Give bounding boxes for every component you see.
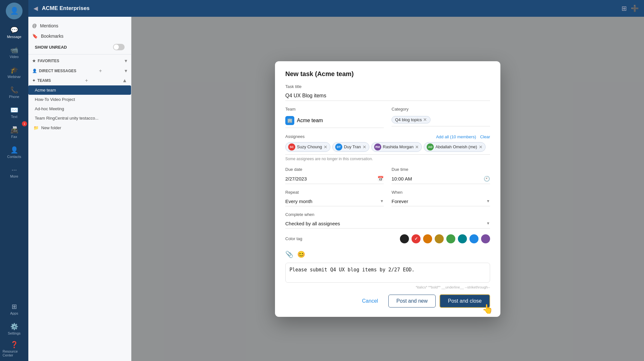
- fax-badge: 1: [22, 121, 27, 126]
- due-time-label: Due time: [392, 167, 490, 172]
- favorites-label: ★ FAVORITES: [32, 59, 59, 63]
- category-tag-remove[interactable]: ✕: [423, 117, 427, 122]
- divider: [28, 54, 131, 54]
- color-green[interactable]: [446, 234, 455, 243]
- sidebar-item-text[interactable]: ✉️ Text: [3, 102, 26, 122]
- app-logo: 👤: [6, 3, 23, 19]
- dm-add-icon[interactable]: +: [99, 68, 102, 74]
- sidebar-item-contacts[interactable]: 👤 Contacts: [3, 142, 26, 162]
- sidebar-item-resource-center[interactable]: ❓ Resource Center: [3, 339, 26, 358]
- complete-when-select-wrap: Checked by all assignees Checked by any …: [285, 219, 490, 229]
- when-label: When: [392, 190, 490, 195]
- category-group: Category Q4 blog topics ✕: [392, 107, 490, 128]
- repeat-when-row: Repeat Every month Every week Every day …: [285, 190, 490, 206]
- assignee-chip-abdallah: AO Abdallah Omeish (me) ✕: [424, 142, 485, 152]
- message-hint: *italics* **bold** __underline__ --strik…: [285, 285, 490, 289]
- assignees-group: Assignees Add all (10 members) Clear SC …: [285, 134, 490, 161]
- team-label: Team: [285, 107, 384, 112]
- color-options: [400, 234, 490, 243]
- post-and-new-button[interactable]: Post and new: [388, 295, 436, 307]
- assignees-header: Assignees Add all (10 members) Clear: [285, 134, 490, 140]
- add-icon[interactable]: ➕: [631, 5, 639, 12]
- assignee-chip-rashida: RM Rashida Morgan ✕: [371, 142, 422, 152]
- repeat-group: Repeat Every month Every week Every day …: [285, 190, 384, 206]
- sidebar-item-more[interactable]: ··· More: [3, 162, 26, 182]
- main-content: ◀ ACME Enterprises ⊞ ➕ @ Mentions 🔖 Book…: [28, 0, 644, 361]
- left-panel: @ Mentions 🔖 Bookmarks SHOW UNREAD ★ FAV…: [28, 17, 131, 361]
- color-gold[interactable]: [435, 234, 444, 243]
- modal-title: New task (Acme team): [285, 70, 490, 78]
- team-item-howto[interactable]: How-To Video Project: [28, 95, 131, 104]
- assignee-warning: Some assignees are no longer in this con…: [285, 157, 490, 161]
- content-area: @ Mentions 🔖 Bookmarks SHOW UNREAD ★ FAV…: [28, 17, 644, 361]
- cursor-pointer: 👆: [482, 304, 493, 314]
- repeat-select[interactable]: Every month Every week Every day Never: [285, 199, 380, 204]
- dm-collapse-icon[interactable]: ▾: [125, 68, 127, 74]
- team-item-acme[interactable]: Acme team: [28, 85, 131, 95]
- calendar-icon[interactable]: 📅: [377, 176, 384, 182]
- due-date-input-wrap: 📅: [285, 174, 384, 184]
- team-group: Team 🏢 Acme team: [285, 107, 384, 128]
- favorites-header: ★ FAVORITES ▾: [28, 56, 131, 66]
- sidebar-item-settings[interactable]: ⚙️ Settings: [3, 319, 26, 338]
- due-time-group: Due time 🕙: [392, 167, 490, 184]
- sidebar-item-fax[interactable]: 📠 1 Fax: [3, 122, 26, 142]
- sidebar-item-video[interactable]: 📹 Video: [3, 43, 26, 62]
- team-item-adhoc[interactable]: Ad-hoc Meeting: [28, 104, 131, 113]
- color-red[interactable]: [412, 234, 421, 243]
- when-group: When Forever End date Number of times ▼: [392, 190, 490, 206]
- unread-toggle[interactable]: [113, 44, 125, 50]
- assignee-remove-rashida[interactable]: ✕: [415, 145, 419, 149]
- sidebar-item-webinar[interactable]: 🎓 Webinar: [3, 63, 26, 82]
- modal-footer: Cancel Post and new Post and close 👆: [285, 294, 490, 308]
- emoji-button[interactable]: 😊: [297, 250, 305, 258]
- team-category-row: Team 🏢 Acme team Category Q: [285, 107, 490, 128]
- sidebar-item-message[interactable]: 💬 Message: [3, 23, 26, 42]
- teams-label: ✦ TEAMS: [32, 78, 51, 83]
- assignee-remove-duy[interactable]: ✕: [363, 145, 366, 149]
- assignees-label: Assignees: [285, 134, 305, 139]
- clock-icon[interactable]: 🕙: [484, 176, 490, 182]
- collapse-icon[interactable]: ◀: [33, 5, 38, 12]
- when-select[interactable]: Forever End date Number of times: [392, 199, 486, 204]
- assignee-remove-abdallah[interactable]: ✕: [479, 145, 483, 149]
- message-input[interactable]: Please submit Q4 UX blog items by 2/27 E…: [285, 263, 490, 283]
- color-orange[interactable]: [423, 234, 432, 243]
- due-date-time-row: Due date 📅 Due time 🕙: [285, 167, 490, 184]
- assignees-display: SC Suzy Choung ✕ DT Duy Tran ✕: [285, 140, 490, 155]
- teams-add-icon[interactable]: +: [85, 78, 88, 83]
- sidebar-item-apps[interactable]: ⊞ Apps: [3, 299, 26, 318]
- assignee-avatar-abdallah: AO: [427, 143, 434, 151]
- mentions-item[interactable]: @ Mentions: [28, 21, 131, 31]
- team-display[interactable]: 🏢 Acme team: [285, 113, 384, 128]
- bookmarks-icon: 🔖: [32, 34, 38, 39]
- add-all-link[interactable]: Add all (10 members): [436, 134, 476, 139]
- due-time-input-wrap: 🕙: [392, 174, 490, 184]
- category-display: Q4 blog topics ✕: [392, 113, 490, 126]
- team-item-ringcentral[interactable]: Team RingCentral unity testacco...: [28, 113, 131, 123]
- direct-messages-label: 👤 DIRECT MESSAGES: [32, 69, 76, 73]
- grid-icon[interactable]: ⊞: [621, 5, 627, 12]
- when-select-wrap: Forever End date Number of times ▼: [392, 197, 490, 206]
- attach-button[interactable]: 📎: [285, 250, 293, 258]
- due-time-input[interactable]: [392, 176, 484, 181]
- cancel-button[interactable]: Cancel: [355, 295, 384, 307]
- due-date-input[interactable]: [285, 176, 377, 181]
- when-arrow-icon: ▼: [486, 199, 490, 203]
- resource-icon: ❓: [10, 341, 18, 348]
- new-folder-item[interactable]: 📁 New folder: [28, 123, 131, 133]
- folder-icon: 📁: [33, 125, 39, 130]
- clear-link[interactable]: Clear: [480, 134, 490, 139]
- teams-collapse-icon[interactable]: ▲: [122, 78, 127, 83]
- color-black[interactable]: [400, 234, 409, 243]
- color-blue[interactable]: [469, 234, 478, 243]
- complete-when-select[interactable]: Checked by all assignees Checked by any …: [285, 221, 486, 226]
- favorites-collapse-icon[interactable]: ▾: [125, 58, 127, 64]
- assignee-remove-suzy[interactable]: ✕: [324, 145, 327, 149]
- bookmarks-item[interactable]: 🔖 Bookmarks: [28, 31, 131, 41]
- sidebar-item-phone[interactable]: 📞 Phone: [3, 83, 26, 102]
- category-label: Category: [392, 107, 490, 112]
- color-teal[interactable]: [458, 234, 467, 243]
- task-title-input[interactable]: [285, 91, 490, 101]
- color-purple[interactable]: [481, 234, 490, 243]
